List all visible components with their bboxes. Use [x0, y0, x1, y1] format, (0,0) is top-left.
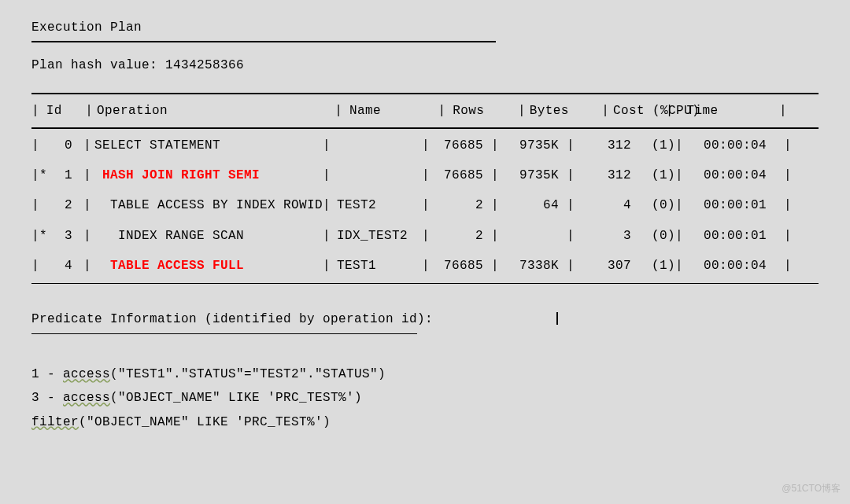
- predicate-line: filter("OBJECT_NAME" LIKE 'PRC_TEST%'): [31, 410, 819, 434]
- predicate-list: 1 - access("TEST1"."STATUS"="TEST2"."STA…: [31, 362, 819, 434]
- watermark: @51CTO博客: [782, 480, 841, 498]
- col-time: Time: [681, 96, 776, 126]
- table-row: | 0 |SELECT STATEMENT| |76685 |9735K |31…: [31, 131, 792, 160]
- plan-hash-value: Plan hash value: 1434258366: [31, 53, 819, 77]
- col-cost: Cost (%CPU): [608, 96, 666, 126]
- table-row: |*1 | HASH JOIN RIGHT SEMI| |76685 |9735…: [31, 160, 792, 190]
- page-title: Execution Plan: [31, 16, 819, 39]
- plan-header-row: | Id | Operation | Name | Rows | Bytes |…: [31, 96, 787, 126]
- plan-table-body: | 0 |SELECT STATEMENT| |76685 |9735K |31…: [31, 131, 792, 281]
- divider: [31, 93, 819, 94]
- col-name: Name: [349, 96, 438, 126]
- col-id: Id: [46, 96, 78, 126]
- divider: [31, 127, 819, 129]
- divider: [31, 333, 417, 335]
- predicate-line: 1 - access("TEST1"."STATUS"="TEST2"."STA…: [31, 362, 819, 386]
- col-rows: Rows: [453, 96, 510, 126]
- divider: [31, 41, 496, 42]
- table-row: | 4 | TABLE ACCESS FULL| TEST1|76685 |73…: [31, 251, 792, 281]
- col-operation: Operation: [92, 96, 334, 126]
- col-bytes: Bytes: [525, 96, 593, 126]
- predicate-line: 3 - access("OBJECT_NAME" LIKE 'PRC_TEST%…: [31, 386, 819, 410]
- divider: [31, 283, 819, 285]
- table-row: |*3 | INDEX RANGE SCAN| IDX_TEST2|2 | |3…: [31, 221, 792, 251]
- execution-plan-block: Execution Plan Plan hash value: 14342583…: [0, 0, 850, 450]
- predicate-title: Predicate Information (identified by ope…: [31, 307, 819, 331]
- table-row: | 2 | TABLE ACCESS BY INDEX ROWID| TEST2…: [31, 190, 792, 220]
- cursor-marker: [556, 312, 558, 325]
